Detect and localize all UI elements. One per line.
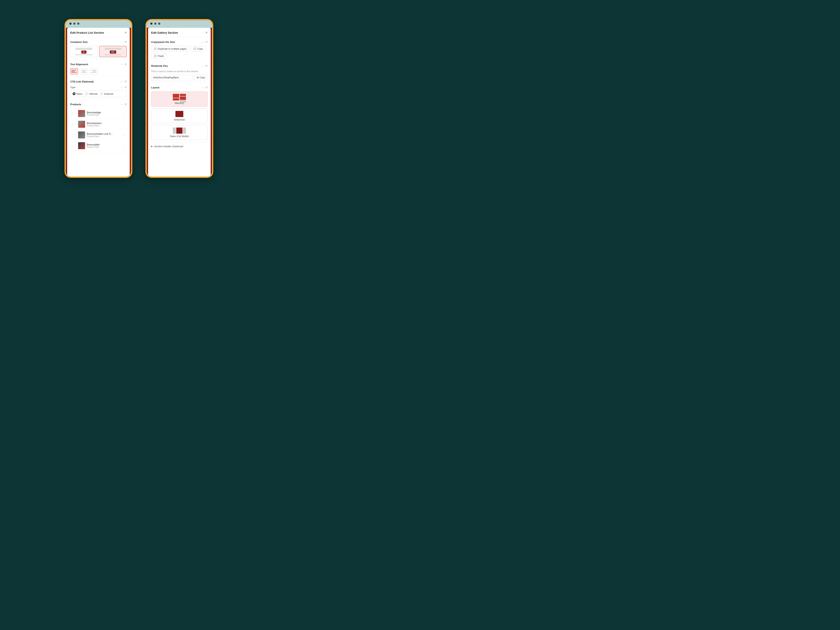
right-dot-yellow: [154, 22, 156, 25]
slideshow-label: Slideshow: [174, 118, 185, 121]
layout-masonry[interactable]: Masonry: [151, 92, 208, 107]
section-header-optional[interactable]: ▶ Section Header (Optional): [148, 142, 211, 150]
product-drag-0[interactable]: ⋮⋮: [71, 112, 76, 115]
radio-none-circle: [73, 92, 76, 95]
layout-section: Layout ··· ↺: [148, 83, 211, 142]
container-xl-lines2: [76, 54, 93, 55]
align-line-r3: [91, 72, 96, 73]
paste-label: Paste: [158, 55, 164, 57]
product-item-0: ⋮⋮ Bremsbeläge Product Item ···: [70, 108, 127, 119]
layout-refresh-icon[interactable]: ↺: [205, 86, 208, 89]
product-img-1: [78, 121, 85, 128]
layout-dots-icon[interactable]: ···: [202, 86, 204, 89]
paste-icon: ⬜: [153, 54, 156, 57]
readonly-key-input[interactable]: [151, 75, 193, 80]
copy-button[interactable]: ⬜ Copy: [191, 46, 205, 51]
container-xl-line1: [76, 48, 93, 49]
readonly-key-row: ⧉ Copy: [151, 75, 208, 80]
text-alignment-dots-icon[interactable]: ···: [120, 63, 123, 66]
layout-label: Layout: [151, 86, 159, 89]
product-img-3: [78, 142, 85, 149]
cta-link-refresh-icon[interactable]: ↺: [125, 80, 127, 83]
masonry-col-2: [180, 94, 186, 100]
product-drag-3[interactable]: ⋮⋮: [71, 144, 76, 147]
product-type-2: Product Item: [87, 135, 122, 137]
container-size-dots-icon[interactable]: ···: [120, 40, 123, 44]
cta-link-dots-icon[interactable]: ···: [120, 80, 123, 83]
right-panel-title: Edit Gallery Section: [151, 31, 178, 34]
container-xl-line2: [76, 49, 93, 50]
container-2xl-line3: [104, 54, 122, 55]
container-size-section: Container Size ··· ↺: [67, 37, 130, 60]
alignment-center[interactable]: [80, 68, 88, 74]
container-option-xl[interactable]: XL: [70, 46, 98, 57]
copy-paste-dots-icon[interactable]: ···: [202, 40, 204, 44]
slider-fw-preview: [173, 128, 186, 134]
product-drag-1[interactable]: ⋮⋮: [71, 123, 76, 126]
container-2xl-line2: [104, 49, 122, 50]
align-line-l3: [71, 72, 77, 73]
type-label: Type: [70, 86, 76, 88]
container-option-2xl[interactable]: 2XL: [99, 46, 127, 57]
text-alignment-refresh-icon[interactable]: ↺: [125, 63, 127, 66]
text-alignment-label: Text Alignment: [70, 63, 88, 66]
product-more-0[interactable]: ···: [123, 112, 126, 115]
copy-paste-refresh-icon[interactable]: ↺: [205, 41, 208, 44]
align-line-r2: [93, 71, 96, 71]
container-2xl-line1: [104, 48, 122, 49]
product-drag-2[interactable]: ⋮⋮: [71, 133, 76, 136]
container-xl-inner: XL: [72, 48, 96, 55]
radio-none[interactable]: None: [73, 92, 82, 95]
type-dots-icon[interactable]: ···: [120, 85, 123, 89]
container-xl-line3: [76, 54, 93, 55]
cta-link-section: CTA Link (Optional) ··· ↺ Type ··· ↺: [67, 77, 130, 99]
align-line-l1: [71, 70, 77, 70]
container-size-actions: ··· ↺: [120, 40, 127, 44]
container-size-refresh-icon[interactable]: ↺: [125, 41, 127, 44]
layout-options: Masonry Slideshow: [151, 92, 208, 140]
radio-none-label: None: [77, 93, 82, 95]
text-alignment-label-row: Text Alignment ··· ↺: [70, 63, 127, 66]
align-line-l2: [71, 71, 75, 71]
left-close-button[interactable]: ×: [125, 31, 127, 34]
type-refresh-icon[interactable]: ↺: [125, 86, 127, 89]
products-dots-icon[interactable]: ···: [120, 103, 123, 106]
cta-link-label-row: CTA Link (Optional) ··· ↺: [70, 80, 127, 83]
layout-slideshow[interactable]: Slideshow: [151, 109, 208, 123]
product-more-3[interactable]: ···: [123, 144, 126, 147]
container-2xl-lines: [104, 48, 122, 50]
product-name-3: Bremssättel: [87, 143, 122, 146]
paste-button[interactable]: ⬜ Paste: [151, 53, 166, 58]
left-phone: Edit Product List Section × Container Si…: [65, 19, 133, 178]
alignment-right[interactable]: [90, 68, 97, 74]
layout-slider-full-width[interactable]: Slider (Full Width): [151, 125, 208, 140]
readonly-key-refresh-icon[interactable]: ↺: [205, 64, 208, 67]
right-panel: Edit Gallery Section × Copy/paste the it…: [148, 28, 211, 177]
slider-fw-side-left: [173, 128, 176, 134]
product-name-1: Bremsbacken: [87, 122, 122, 125]
container-xl-lines: [76, 48, 93, 50]
alignment-left[interactable]: [70, 68, 78, 74]
product-more-1[interactable]: ···: [123, 123, 126, 126]
left-panel-header: Edit Product List Section ×: [67, 28, 130, 37]
slideshow-preview: [175, 111, 183, 117]
radio-internal-circle: [85, 92, 88, 95]
right-panel-body: Copy/paste the item ··· ↺ ⬜ Duplicate to…: [148, 37, 211, 150]
products-label-row: Products ··· ↺: [70, 103, 127, 106]
products-refresh-icon[interactable]: ↺: [125, 103, 127, 106]
right-close-button[interactable]: ×: [205, 31, 208, 34]
masonry-preview: [173, 94, 186, 100]
duplicate-button[interactable]: ⬜ Duplicate to multiple pages: [151, 46, 189, 51]
masonry-label: Masonry: [175, 102, 184, 104]
radio-external[interactable]: External: [100, 92, 113, 95]
left-titlebar: [66, 21, 131, 27]
text-alignment-section: Text Alignment ··· ↺: [67, 60, 130, 77]
radio-internal[interactable]: Internal: [85, 92, 97, 95]
product-more-2[interactable]: ···: [123, 133, 126, 137]
copy-key-button[interactable]: ⧉ Copy: [194, 75, 208, 80]
masonry-block-2-2: [180, 96, 186, 100]
radio-internal-label: Internal: [89, 93, 97, 95]
align-line-r1: [91, 70, 96, 70]
readonly-key-dots-icon[interactable]: ···: [202, 64, 204, 68]
masonry-block-1-1: [173, 94, 179, 98]
